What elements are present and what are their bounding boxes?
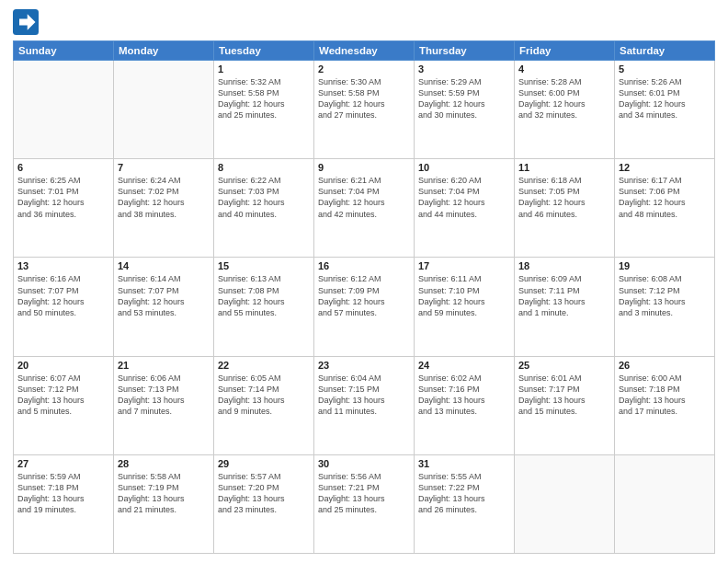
day-number: 13 xyxy=(17,260,109,271)
calendar-cell: 19Sunrise: 6:08 AM Sunset: 7:12 PM Dayli… xyxy=(615,258,715,356)
day-info: Sunrise: 5:28 AM Sunset: 6:00 PM Dayligh… xyxy=(518,76,610,121)
calendar-week-row: 20Sunrise: 6:07 AM Sunset: 7:12 PM Dayli… xyxy=(14,356,715,454)
day-number: 28 xyxy=(118,458,210,469)
calendar-cell: 3Sunrise: 5:29 AM Sunset: 5:59 PM Daylig… xyxy=(415,61,515,159)
day-number: 8 xyxy=(218,162,310,173)
day-info: Sunrise: 6:16 AM Sunset: 7:07 PM Dayligh… xyxy=(17,273,109,318)
day-info: Sunrise: 5:29 AM Sunset: 5:59 PM Dayligh… xyxy=(418,76,510,121)
weekday-header: Monday xyxy=(114,41,214,61)
calendar-cell: 21Sunrise: 6:06 AM Sunset: 7:13 PM Dayli… xyxy=(114,356,214,454)
calendar-cell xyxy=(615,454,715,553)
day-info: Sunrise: 6:25 AM Sunset: 7:01 PM Dayligh… xyxy=(17,175,109,220)
day-number: 12 xyxy=(619,162,711,173)
calendar-cell: 27Sunrise: 5:59 AM Sunset: 7:18 PM Dayli… xyxy=(14,454,114,553)
calendar-cell: 15Sunrise: 6:13 AM Sunset: 7:08 PM Dayli… xyxy=(214,258,314,356)
day-number: 23 xyxy=(318,360,410,371)
day-info: Sunrise: 6:05 AM Sunset: 7:14 PM Dayligh… xyxy=(218,373,310,418)
calendar-cell xyxy=(515,454,615,553)
day-info: Sunrise: 6:21 AM Sunset: 7:04 PM Dayligh… xyxy=(318,175,410,220)
calendar-cell: 11Sunrise: 6:18 AM Sunset: 7:05 PM Dayli… xyxy=(515,159,615,258)
day-number: 2 xyxy=(318,63,410,75)
calendar-cell: 20Sunrise: 6:07 AM Sunset: 7:12 PM Dayli… xyxy=(14,356,114,454)
day-number: 31 xyxy=(418,458,510,469)
day-number: 11 xyxy=(518,162,610,173)
weekday-header: Saturday xyxy=(615,41,715,61)
day-info: Sunrise: 5:26 AM Sunset: 6:01 PM Dayligh… xyxy=(619,76,711,121)
day-info: Sunrise: 5:58 AM Sunset: 7:19 PM Dayligh… xyxy=(118,471,210,516)
calendar-cell: 7Sunrise: 6:24 AM Sunset: 7:02 PM Daylig… xyxy=(114,159,214,258)
day-number: 6 xyxy=(17,162,109,173)
day-number: 18 xyxy=(518,260,610,271)
calendar-table: SundayMondayTuesdayWednesdayThursdayFrid… xyxy=(13,40,715,554)
day-info: Sunrise: 6:09 AM Sunset: 7:11 PM Dayligh… xyxy=(518,273,610,318)
logo-icon xyxy=(13,9,39,35)
day-info: Sunrise: 6:24 AM Sunset: 7:02 PM Dayligh… xyxy=(118,175,210,220)
day-info: Sunrise: 6:13 AM Sunset: 7:08 PM Dayligh… xyxy=(218,273,310,318)
calendar-cell: 17Sunrise: 6:11 AM Sunset: 7:10 PM Dayli… xyxy=(415,258,515,356)
calendar-cell xyxy=(14,61,114,159)
calendar-cell: 5Sunrise: 5:26 AM Sunset: 6:01 PM Daylig… xyxy=(615,61,715,159)
calendar-cell: 6Sunrise: 6:25 AM Sunset: 7:01 PM Daylig… xyxy=(14,159,114,258)
calendar-cell: 23Sunrise: 6:04 AM Sunset: 7:15 PM Dayli… xyxy=(314,356,415,454)
day-info: Sunrise: 5:56 AM Sunset: 7:21 PM Dayligh… xyxy=(318,471,410,516)
day-info: Sunrise: 6:20 AM Sunset: 7:04 PM Dayligh… xyxy=(418,175,510,220)
calendar-cell: 9Sunrise: 6:21 AM Sunset: 7:04 PM Daylig… xyxy=(314,159,415,258)
day-info: Sunrise: 5:32 AM Sunset: 5:58 PM Dayligh… xyxy=(218,76,310,121)
day-number: 19 xyxy=(619,260,711,271)
calendar-cell: 2Sunrise: 5:30 AM Sunset: 5:58 PM Daylig… xyxy=(314,61,415,159)
calendar-cell: 26Sunrise: 6:00 AM Sunset: 7:18 PM Dayli… xyxy=(615,356,715,454)
day-number: 14 xyxy=(118,260,210,271)
day-info: Sunrise: 6:04 AM Sunset: 7:15 PM Dayligh… xyxy=(318,373,410,418)
calendar-cell: 14Sunrise: 6:14 AM Sunset: 7:07 PM Dayli… xyxy=(114,258,214,356)
day-info: Sunrise: 6:06 AM Sunset: 7:13 PM Dayligh… xyxy=(118,373,210,418)
day-info: Sunrise: 6:22 AM Sunset: 7:03 PM Dayligh… xyxy=(218,175,310,220)
day-info: Sunrise: 5:55 AM Sunset: 7:22 PM Dayligh… xyxy=(418,471,510,516)
day-number: 25 xyxy=(518,360,610,371)
day-number: 27 xyxy=(17,458,109,469)
day-number: 30 xyxy=(318,458,410,469)
calendar-week-row: 1Sunrise: 5:32 AM Sunset: 5:58 PM Daylig… xyxy=(14,61,715,159)
calendar-cell: 18Sunrise: 6:09 AM Sunset: 7:11 PM Dayli… xyxy=(515,258,615,356)
weekday-header: Wednesday xyxy=(314,41,415,61)
day-number: 16 xyxy=(318,260,410,271)
day-info: Sunrise: 6:01 AM Sunset: 7:17 PM Dayligh… xyxy=(518,373,610,418)
day-info: Sunrise: 6:17 AM Sunset: 7:06 PM Dayligh… xyxy=(619,175,711,220)
day-number: 9 xyxy=(318,162,410,173)
logo xyxy=(13,9,42,35)
day-number: 24 xyxy=(418,360,510,371)
day-info: Sunrise: 5:30 AM Sunset: 5:58 PM Dayligh… xyxy=(318,76,410,121)
weekday-header: Sunday xyxy=(14,41,114,61)
calendar-week-row: 13Sunrise: 6:16 AM Sunset: 7:07 PM Dayli… xyxy=(14,258,715,356)
weekday-header: Thursday xyxy=(415,41,515,61)
calendar-cell: 13Sunrise: 6:16 AM Sunset: 7:07 PM Dayli… xyxy=(14,258,114,356)
calendar-header-row: SundayMondayTuesdayWednesdayThursdayFrid… xyxy=(14,41,715,61)
calendar-cell: 29Sunrise: 5:57 AM Sunset: 7:20 PM Dayli… xyxy=(214,454,314,553)
day-number: 3 xyxy=(418,63,510,75)
weekday-header: Friday xyxy=(515,41,615,61)
day-number: 26 xyxy=(619,360,711,371)
calendar-cell: 30Sunrise: 5:56 AM Sunset: 7:21 PM Dayli… xyxy=(314,454,415,553)
calendar-cell: 8Sunrise: 6:22 AM Sunset: 7:03 PM Daylig… xyxy=(214,159,314,258)
day-number: 22 xyxy=(218,360,310,371)
calendar-cell: 16Sunrise: 6:12 AM Sunset: 7:09 PM Dayli… xyxy=(314,258,415,356)
day-number: 5 xyxy=(619,63,711,75)
day-info: Sunrise: 6:00 AM Sunset: 7:18 PM Dayligh… xyxy=(619,373,711,418)
day-number: 15 xyxy=(218,260,310,271)
day-number: 21 xyxy=(118,360,210,371)
day-info: Sunrise: 6:11 AM Sunset: 7:10 PM Dayligh… xyxy=(418,273,510,318)
day-info: Sunrise: 6:14 AM Sunset: 7:07 PM Dayligh… xyxy=(118,273,210,318)
day-info: Sunrise: 5:57 AM Sunset: 7:20 PM Dayligh… xyxy=(218,471,310,516)
day-number: 17 xyxy=(418,260,510,271)
calendar-cell: 24Sunrise: 6:02 AM Sunset: 7:16 PM Dayli… xyxy=(415,356,515,454)
day-number: 29 xyxy=(218,458,310,469)
calendar-cell: 4Sunrise: 5:28 AM Sunset: 6:00 PM Daylig… xyxy=(515,61,615,159)
day-info: Sunrise: 6:18 AM Sunset: 7:05 PM Dayligh… xyxy=(518,175,610,220)
calendar-cell: 12Sunrise: 6:17 AM Sunset: 7:06 PM Dayli… xyxy=(615,159,715,258)
calendar-cell: 28Sunrise: 5:58 AM Sunset: 7:19 PM Dayli… xyxy=(114,454,214,553)
day-number: 7 xyxy=(118,162,210,173)
calendar-cell: 31Sunrise: 5:55 AM Sunset: 7:22 PM Dayli… xyxy=(415,454,515,553)
calendar-cell xyxy=(114,61,214,159)
weekday-header: Tuesday xyxy=(214,41,314,61)
calendar-week-row: 27Sunrise: 5:59 AM Sunset: 7:18 PM Dayli… xyxy=(14,454,715,553)
day-info: Sunrise: 6:07 AM Sunset: 7:12 PM Dayligh… xyxy=(17,373,109,418)
